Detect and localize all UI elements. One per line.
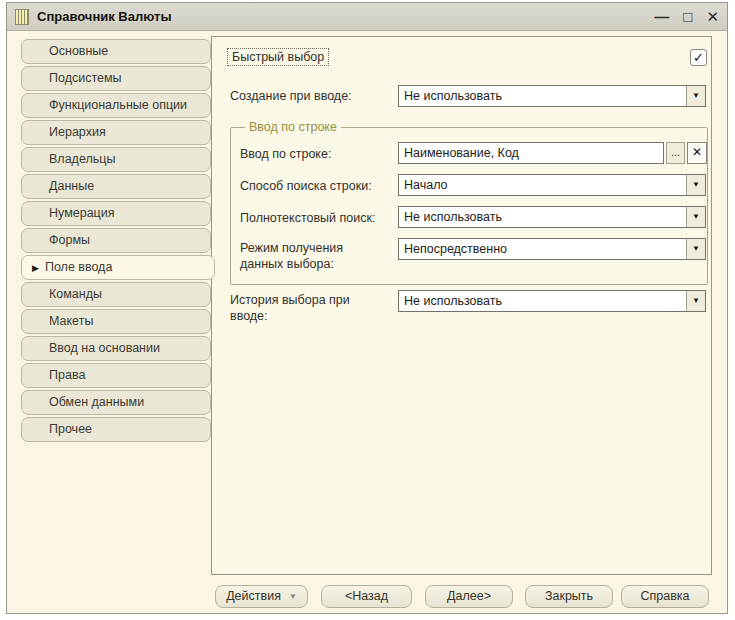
sidebar-item-komandy[interactable]: Команды xyxy=(21,282,211,307)
sidebar-tabs: Основные Подсистемы Функциональные опции… xyxy=(21,39,213,442)
sidebar-item-dannye[interactable]: Данные xyxy=(21,174,211,199)
search-method-label: Способ поиска строки: xyxy=(240,179,372,193)
sidebar-item-pole-vvoda[interactable]: ▶Поле ввода xyxy=(21,255,215,280)
search-method-value: Начало xyxy=(399,175,686,195)
fulltext-search-value: Не использовать xyxy=(399,207,686,227)
help-button[interactable]: Справка xyxy=(621,585,709,608)
sidebar-item-funkcionalnye-opcii[interactable]: Функциональные опции xyxy=(21,93,211,118)
history-select[interactable]: Не использовать ▼ xyxy=(398,290,706,312)
content-panel: Быстрый выбор ✓ Создание при вводе: Не и… xyxy=(211,36,712,575)
dropdown-arrow-icon[interactable]: ▼ xyxy=(686,239,705,259)
checkmark-icon: ✓ xyxy=(693,50,704,65)
sidebar-item-obmen-dannymi[interactable]: Обмен данными xyxy=(21,390,211,415)
dialog-window: Справочник Валюты — □ ✕ Основные Подсист… xyxy=(6,2,728,614)
sidebar-item-makety[interactable]: Макеты xyxy=(21,309,211,334)
dropdown-arrow-icon[interactable]: ▼ xyxy=(686,291,705,311)
choice-data-mode-select[interactable]: Непосредственно ▼ xyxy=(398,238,706,260)
quick-choice-checkbox[interactable]: ✓ xyxy=(690,49,707,66)
fulltext-search-label: Полнотекстовый поиск: xyxy=(240,211,375,225)
input-by-string-value: Наименование, Код xyxy=(399,143,663,163)
close-icon[interactable]: ✕ xyxy=(706,9,719,25)
choice-data-mode-value: Непосредственно xyxy=(399,239,686,259)
sidebar-item-osnovnye[interactable]: Основные xyxy=(21,39,211,64)
groupbox-title: Ввод по строке xyxy=(245,120,341,134)
sidebar-item-ierarhiya[interactable]: Иерархия xyxy=(21,120,211,145)
close-button[interactable]: Закрыть xyxy=(525,585,613,608)
quick-choice-label[interactable]: Быстрый выбор xyxy=(227,48,329,66)
fulltext-search-select[interactable]: Не использовать ▼ xyxy=(398,206,706,228)
sidebar-item-podsistemy[interactable]: Подсистемы xyxy=(21,66,211,91)
sidebar-item-prava[interactable]: Права xyxy=(21,363,211,388)
clear-icon: ✕ xyxy=(692,145,702,159)
window-title: Справочник Валюты xyxy=(37,9,171,24)
sidebar-item-formy[interactable]: Формы xyxy=(21,228,211,253)
choice-data-mode-label: Режим получения данных выбора: xyxy=(240,240,370,273)
window-icon xyxy=(15,9,29,25)
actions-button[interactable]: Действия ▼ xyxy=(215,585,308,608)
sidebar-item-vvod-na-osnovanii[interactable]: Ввод на основании xyxy=(21,336,211,361)
title-bar: Справочник Валюты — □ ✕ xyxy=(7,3,727,31)
window-controls: — □ ✕ xyxy=(654,9,719,25)
sidebar-item-numeraciya[interactable]: Нумерация xyxy=(21,201,211,226)
history-label: История выбора при вводе: xyxy=(230,292,360,325)
input-by-string-label: Ввод по строке: xyxy=(240,147,331,161)
minimize-icon[interactable]: — xyxy=(654,9,669,25)
back-button[interactable]: <Назад xyxy=(321,585,412,608)
dropdown-arrow-icon[interactable]: ▼ xyxy=(686,207,705,227)
dropdown-arrow-icon[interactable]: ▼ xyxy=(686,86,705,106)
history-value: Не использовать xyxy=(399,291,686,311)
sidebar-item-prochee[interactable]: Прочее xyxy=(21,417,211,442)
sidebar-item-vladelcy[interactable]: Владельцы xyxy=(21,147,211,172)
sidebar-item-label: Поле ввода xyxy=(45,260,112,274)
create-on-input-label: Создание при вводе: xyxy=(230,89,352,103)
ellipsis-button[interactable]: ... xyxy=(666,142,685,164)
create-on-input-select[interactable]: Не использовать ▼ xyxy=(398,85,706,107)
search-method-select[interactable]: Начало ▼ xyxy=(398,174,706,196)
dropdown-arrow-icon[interactable]: ▼ xyxy=(686,175,705,195)
actions-button-label: Действия xyxy=(226,586,281,607)
input-by-string-field[interactable]: Наименование, Код xyxy=(398,142,664,164)
selected-tab-arrow-icon: ▶ xyxy=(32,257,39,280)
create-on-input-value: Не использовать xyxy=(399,86,686,106)
clear-button[interactable]: ✕ xyxy=(687,142,707,164)
next-button[interactable]: Далее> xyxy=(425,585,513,608)
maximize-icon[interactable]: □ xyxy=(683,9,692,25)
actions-dropdown-arrow-icon: ▼ xyxy=(289,586,297,607)
